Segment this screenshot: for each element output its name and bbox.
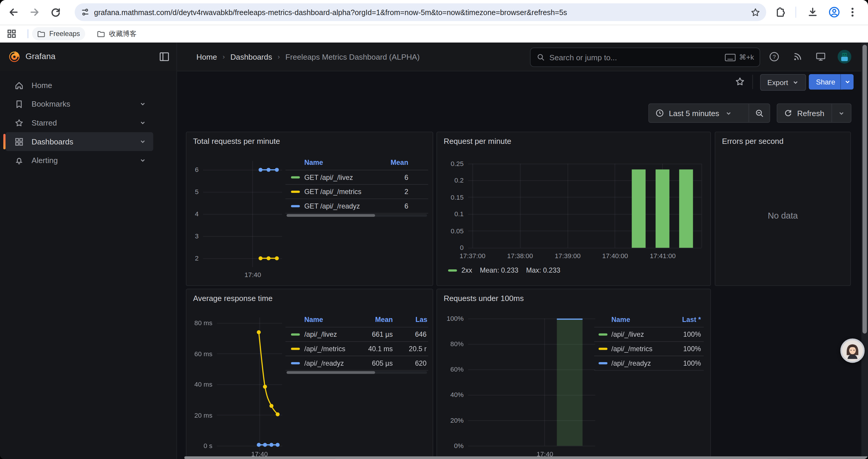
legend-column-header[interactable]: Name	[611, 316, 630, 323]
monitor-icon[interactable]	[815, 52, 826, 62]
series-color-pill	[598, 347, 608, 350]
panel-errors-per-second[interactable]: Errors per second No data	[715, 132, 851, 286]
legend-table[interactable]: NameLast */api/_/livez100%/api/_/metrics…	[594, 313, 704, 371]
legend-row[interactable]: /api/_/readyz605 µs620	[285, 356, 428, 371]
refresh-interval-button[interactable]	[832, 104, 851, 122]
legend-column-header[interactable]: Mean	[391, 159, 408, 166]
chart-canvas[interactable]	[468, 164, 701, 248]
bookmark-folder-blogs[interactable]: 收藏博客	[92, 27, 142, 40]
legend-row[interactable]: /api/_/metrics100%	[594, 342, 704, 356]
back-button-icon[interactable]	[7, 6, 19, 18]
folder-icon	[37, 30, 45, 38]
panel-title[interactable]: Request per minute	[444, 137, 512, 145]
breadcrumb-dashboards[interactable]: Dashboards	[230, 52, 272, 61]
search-placeholder: Search or jump to...	[549, 53, 724, 62]
share-menu-button[interactable]	[840, 74, 854, 90]
search-input[interactable]: Search or jump to... ⌘+k	[530, 47, 760, 67]
legend-row[interactable]: GET /api/_/livez6	[285, 170, 428, 185]
rss-icon[interactable]	[792, 52, 803, 62]
legend-table[interactable]: NameMeanLas/api/_/livez661 µs646/api/_/m…	[285, 313, 428, 371]
user-avatar[interactable]	[838, 50, 851, 64]
chevron-down-icon	[725, 110, 732, 117]
bookmark-folder-freeleaps[interactable]: Freeleaps	[32, 27, 85, 40]
zoom-out-button[interactable]	[749, 104, 769, 122]
reload-button-icon[interactable]	[50, 6, 62, 18]
data-point	[257, 443, 260, 447]
chart-canvas[interactable]	[468, 319, 595, 446]
sidebar-item-starred[interactable]: Starred	[6, 113, 153, 132]
sidebar-item-dashboards[interactable]: Dashboards	[6, 132, 153, 151]
legend-row[interactable]: /api/_/livez100%	[594, 328, 704, 342]
legend-row[interactable]: /api/_/readyz100%	[594, 356, 704, 371]
sidebar-item-label: Starred	[32, 119, 139, 127]
chart-canvas[interactable]	[217, 323, 282, 446]
legend[interactable]: 2xx Mean: 0.233 Max: 0.233	[448, 267, 568, 274]
data-point	[275, 256, 279, 260]
page-scrollbar-thumb[interactable]	[862, 45, 867, 333]
extension-avatar-overlay[interactable]	[840, 338, 864, 363]
legend-row[interactable]: GET /api/_/readyz6	[285, 199, 428, 214]
legend-value: 661 µs	[372, 330, 393, 338]
clock-icon	[656, 109, 664, 117]
share-button[interactable]: Share	[809, 74, 843, 90]
url-text[interactable]: grafana.mathmast.com/d/deytv4rwavabkb/fr…	[94, 8, 750, 16]
legend-header-row: NameMeanLas	[285, 313, 428, 328]
legend-value: 605 µs	[372, 359, 393, 367]
site-settings-icon[interactable]	[80, 7, 90, 17]
panel-requests-under-100ms[interactable]: Requests under 100ms 100%80%60%40%20%0%1…	[436, 289, 711, 459]
series-line	[259, 332, 278, 415]
keyboard-icon	[725, 54, 736, 61]
legend-row[interactable]: /api/_/livez661 µs646	[285, 328, 428, 342]
chart-canvas[interactable]	[203, 170, 282, 258]
sidebar-toggle-icon[interactable]	[159, 52, 169, 61]
y-axis-tick-label: 60%	[438, 366, 464, 373]
legend-column-header[interactable]: Name	[304, 159, 323, 166]
y-axis-tick-label: 0.2	[438, 177, 464, 184]
legend-series-name: GET /api/_/livez	[304, 173, 353, 181]
horizontal-scrollbar[interactable]	[184, 456, 868, 459]
legend-series-name: /api/_/livez	[304, 330, 337, 338]
sidebar-item-home[interactable]: Home	[6, 76, 153, 95]
legend-column-header[interactable]: Las	[415, 316, 427, 323]
panel-request-per-minute[interactable]: Request per minute 2xx Mean: 0.233 Max: …	[436, 132, 711, 286]
legend-row[interactable]: /api/_/metrics40.1 ms20.5 r	[285, 342, 428, 356]
time-range-picker[interactable]: Last 5 minutes	[649, 104, 748, 122]
legend-series-name[interactable]: 2xx	[462, 267, 472, 274]
apps-grid-icon[interactable]	[6, 29, 17, 39]
sidebar-item-alerting[interactable]: Alerting	[6, 151, 153, 170]
panel-title[interactable]: Average response time	[193, 294, 273, 302]
profile-icon[interactable]	[828, 6, 840, 18]
breadcrumb-home[interactable]: Home	[196, 52, 217, 61]
bookmark-star-icon[interactable]	[750, 7, 761, 18]
legend-scrollbar-thumb[interactable]	[286, 214, 375, 217]
bookmarks-divider	[28, 29, 28, 38]
refresh-icon	[784, 109, 792, 117]
panel-title[interactable]: Total requests per minute	[193, 137, 280, 145]
legend-header-row: NameLast *	[594, 313, 704, 328]
legend-column-header[interactable]: Last *	[682, 316, 701, 323]
y-axis-tick-label: 0.05	[438, 227, 464, 235]
browser-menu-icon[interactable]	[846, 6, 859, 18]
data-point	[270, 443, 273, 447]
refresh-button[interactable]: Refresh	[777, 104, 832, 122]
sidebar-item-label: Bookmarks	[32, 100, 139, 108]
legend-column-header[interactable]: Name	[304, 316, 323, 323]
sidebar-item-bookmarks[interactable]: Bookmarks	[6, 95, 153, 113]
downloads-icon[interactable]	[807, 6, 819, 18]
url-bar[interactable]: grafana.mathmast.com/d/deytv4rwavabkb/fr…	[75, 3, 766, 21]
panel-total-requests-per-minute[interactable]: Total requests per minute 6543217:40Name…	[186, 132, 433, 286]
legend-column-header[interactable]: Mean	[375, 316, 393, 323]
panel-title[interactable]: Errors per second	[722, 137, 783, 145]
legend-scrollbar-thumb[interactable]	[286, 371, 375, 374]
favorite-star-icon[interactable]	[735, 76, 745, 87]
help-icon[interactable]: ?	[769, 52, 780, 62]
legend-row[interactable]: GET /api/_/metrics2	[285, 185, 428, 199]
refresh-label: Refresh	[797, 109, 824, 118]
panel-average-response-time[interactable]: Average response time 80 ms60 ms40 ms20 …	[186, 289, 433, 459]
panel-title[interactable]: Requests under 100ms	[444, 294, 524, 302]
legend-table[interactable]: NameMeanGET /api/_/livez6GET /api/_/metr…	[285, 155, 428, 214]
export-button[interactable]: Export	[760, 74, 806, 91]
forward-button-icon[interactable]	[29, 6, 41, 18]
extensions-icon[interactable]	[775, 6, 787, 18]
share-label: Share	[816, 78, 835, 86]
